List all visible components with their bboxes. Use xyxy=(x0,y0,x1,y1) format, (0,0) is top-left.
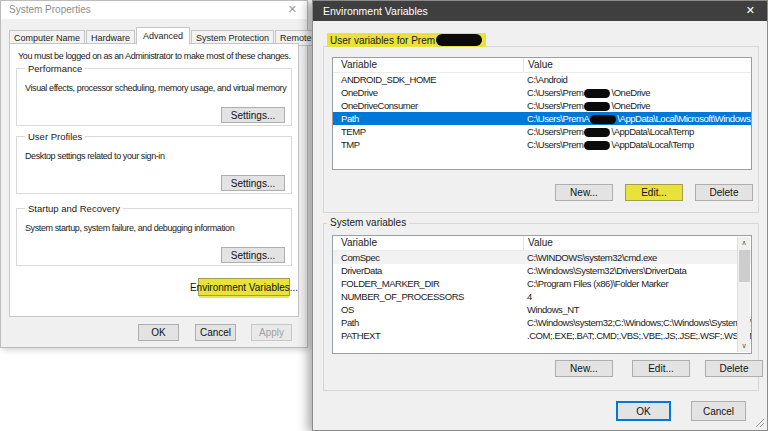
value-text: \OneDrive xyxy=(611,100,650,111)
user-profiles-settings-button[interactable]: Settings... xyxy=(221,175,285,191)
variable-cell: TEMP xyxy=(333,125,523,138)
user-profiles-group-label: User Profiles xyxy=(25,131,85,142)
cancel-button[interactable]: Cancel xyxy=(691,401,746,421)
variable-cell: NUMBER_OF_PROCESSORS xyxy=(333,290,523,303)
value-cell: C:\Users\Prem\AppData\Local\Temp xyxy=(523,138,751,151)
advanced-tab-panel: You must be logged on as an Administrato… xyxy=(9,43,299,317)
system-edit-button[interactable]: Edit... xyxy=(632,360,690,377)
column-header-variable[interactable]: Variable xyxy=(333,58,523,72)
vertical-scrollbar[interactable]: ∧ ∨ xyxy=(737,237,750,352)
variable-cell: ANDROID_SDK_HOME xyxy=(333,73,523,86)
performance-settings-button[interactable]: Settings... xyxy=(221,107,285,123)
scroll-down-icon[interactable]: ∨ xyxy=(738,340,750,352)
variable-cell: ComSpec xyxy=(333,251,523,264)
user-new-button[interactable]: New... xyxy=(555,184,613,201)
startup-recovery-group: Startup and Recovery System startup, sys… xyxy=(16,208,292,266)
variable-cell: PATHEXT xyxy=(333,329,523,342)
performance-group-label: Performance xyxy=(25,63,85,74)
system-row-comspec[interactable]: ComSpec C:\WINDOWS\system32\cmd.exe xyxy=(333,251,751,264)
tab-advanced[interactable]: Advanced xyxy=(136,27,190,45)
user-row-path-selected[interactable]: Path C:\Users\PremA\AppData\Local\Micros… xyxy=(333,112,751,125)
scrollbar-thumb[interactable] xyxy=(739,250,750,282)
redaction-marker xyxy=(584,128,610,137)
system-row-number-of-processors[interactable]: NUMBER_OF_PROCESSORS 4 xyxy=(333,290,751,303)
value-text: C:\Users\Prem xyxy=(527,139,583,150)
system-row-pathext[interactable]: PATHEXT .COM;.EXE;.BAT;.CMD;.VBS;.VBE;.J… xyxy=(333,329,751,342)
value-cell: C:\Program Files (x86)\Folder Marker xyxy=(523,277,751,290)
variable-cell: OneDrive xyxy=(333,86,523,99)
system-row-driverdata[interactable]: DriverData C:\Windows\System32\Drivers\D… xyxy=(333,264,751,277)
close-icon[interactable]: ✕ xyxy=(746,4,755,17)
value-cell: C:\Android xyxy=(523,73,751,86)
user-row-onedrive[interactable]: OneDrive C:\Users\Prem\OneDrive xyxy=(333,86,751,99)
variable-cell: OneDriveConsumer xyxy=(333,99,523,112)
variable-cell: OS xyxy=(333,303,523,316)
redaction-marker xyxy=(584,102,610,111)
redaction-marker xyxy=(436,34,482,46)
user-row-android-sdk-home[interactable]: ANDROID_SDK_HOME C:\Android xyxy=(333,73,751,86)
ok-button[interactable]: OK xyxy=(138,324,179,341)
value-text: C:\Users\Prem xyxy=(527,100,583,111)
environment-variables-titlebar: Environment Variables ✕ xyxy=(313,1,767,21)
user-profiles-group: User Profiles Desktop settings related t… xyxy=(16,136,292,194)
column-header-value[interactable]: Value xyxy=(523,236,751,250)
value-text: C:\Android xyxy=(527,74,567,85)
resize-grip[interactable] xyxy=(754,417,764,427)
user-profiles-description: Desktop settings related to your sign-in xyxy=(25,151,287,161)
system-row-path[interactable]: Path C:\Windows\system32;C:\Windows;C:\W… xyxy=(333,316,751,329)
close-icon[interactable]: ✕ xyxy=(288,3,297,16)
ok-button[interactable]: OK xyxy=(616,401,671,421)
variable-cell: Path xyxy=(333,112,523,125)
value-cell: 4 xyxy=(523,290,751,303)
variable-cell: TMP xyxy=(333,138,523,151)
system-properties-dialog: System Properties ✕ Computer NameHardwar… xyxy=(0,0,308,348)
user-row-temp[interactable]: TEMP C:\Users\Prem\AppData\Local\Temp xyxy=(333,125,751,138)
table-header: Variable Value xyxy=(333,236,751,251)
column-header-variable[interactable]: Variable xyxy=(333,236,523,250)
system-variables-group: Variable Value ComSpec C:\WINDOWS\system… xyxy=(323,223,759,391)
column-header-value[interactable]: Value xyxy=(523,58,751,72)
user-edit-button[interactable]: Edit... xyxy=(625,184,683,201)
environment-variables-button[interactable]: Environment Variables... xyxy=(198,278,290,296)
value-text: C:\Users\Prem xyxy=(527,126,583,137)
value-cell: C:\Users\Prem\OneDrive xyxy=(523,99,751,112)
environment-variables-dialog: Environment Variables ✕ User variables f… xyxy=(312,0,768,431)
user-row-tmp[interactable]: TMP C:\Users\Prem\AppData\Local\Temp xyxy=(333,138,751,151)
system-delete-button[interactable]: Delete xyxy=(705,360,763,377)
scroll-up-icon[interactable]: ∧ xyxy=(738,237,750,249)
value-text: C:\Users\Prem xyxy=(527,87,583,98)
window-title: Environment Variables xyxy=(323,5,428,17)
value-cell: C:\Users\Prem\AppData\Local\Temp xyxy=(523,125,751,138)
system-variables-label: System variables xyxy=(327,217,409,228)
value-text: \OneDrive xyxy=(611,87,650,98)
system-new-button[interactable]: New... xyxy=(555,360,613,377)
value-cell: .COM;.EXE;.BAT;.CMD;.VBS;.VBE;.JS;.JSE;.… xyxy=(523,329,751,342)
redaction-marker xyxy=(584,141,610,150)
startup-recovery-settings-button[interactable]: Settings... xyxy=(221,247,285,263)
cancel-button[interactable]: Cancel xyxy=(195,324,236,341)
performance-description: Visual effects, processor scheduling, me… xyxy=(25,83,287,93)
user-delete-button[interactable]: Delete xyxy=(695,184,753,201)
user-variables-table: Variable Value ANDROID_SDK_HOME C:\Andro… xyxy=(332,57,752,170)
system-row-folder-marker-dir[interactable]: FOLDER_MARKER_DIR C:\Program Files (x86)… xyxy=(333,277,751,290)
value-text: \AppData\Local\Microsoft\WindowsApps; xyxy=(617,113,751,124)
system-properties-titlebar: System Properties ✕ xyxy=(1,1,307,19)
table-header: Variable Value xyxy=(333,58,751,73)
value-cell: C:\WINDOWS\system32\cmd.exe xyxy=(523,251,751,264)
admin-notice-text: You must be logged on as an Administrato… xyxy=(18,51,296,61)
system-row-os[interactable]: OS Windows_NT xyxy=(333,303,751,316)
value-cell: C:\Users\Prem\OneDrive xyxy=(523,86,751,99)
value-cell: C:\Users\PremA\AppData\Local\Microsoft\W… xyxy=(523,112,751,125)
window-title: System Properties xyxy=(9,4,91,15)
performance-group: Performance Visual effects, processor sc… xyxy=(16,68,292,126)
startup-recovery-description: System startup, system failure, and debu… xyxy=(25,223,287,233)
user-row-onedriveconsumer[interactable]: OneDriveConsumer C:\Users\Prem\OneDrive xyxy=(333,99,751,112)
user-variables-group: Variable Value ANDROID_SDK_HOME C:\Andro… xyxy=(323,46,759,213)
value-cell: Windows_NT xyxy=(523,303,751,316)
variable-cell: Path xyxy=(333,316,523,329)
value-text: \AppData\Local\Temp xyxy=(611,126,693,137)
system-variables-table: Variable Value ComSpec C:\WINDOWS\system… xyxy=(332,235,752,354)
redaction-marker xyxy=(590,115,616,124)
value-text: C:\Users\PremA xyxy=(527,113,589,124)
value-text: \AppData\Local\Temp xyxy=(611,139,693,150)
